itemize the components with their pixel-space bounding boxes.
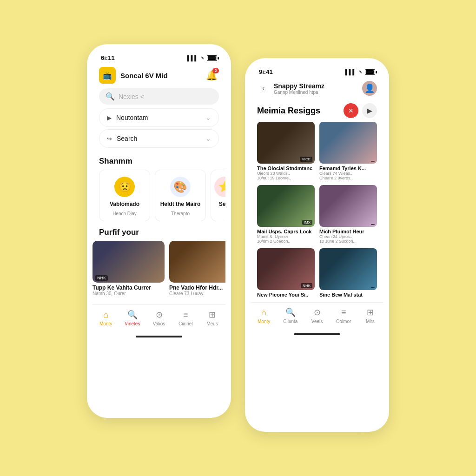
menu-item-search[interactable]: ↪ Search ⌄ xyxy=(99,129,219,148)
chevron-icon-2: ⌄ xyxy=(205,135,211,142)
home-icon-2: ⌂ xyxy=(261,308,266,317)
channel-name-0: Vablomado xyxy=(110,201,139,207)
nav-label-monty-2: Monty xyxy=(258,319,270,324)
app-logo-1: 📺 xyxy=(99,67,116,84)
video-title-0: Tupp Ke Vahita Currer xyxy=(93,284,165,291)
grid-badge-3 xyxy=(371,224,375,225)
nav-label-veels: Veels xyxy=(311,319,323,324)
grid-video-2[interactable]: IMX Mail Usps. Caprs Lock Mamit &. Uyene… xyxy=(257,185,315,244)
nav-label-colmor: Colmor xyxy=(336,319,351,324)
grid-title-3: Mich Pluimot Heur xyxy=(319,229,377,234)
play-action-btn[interactable]: ▶ xyxy=(362,103,377,118)
channel-avatar-0: 😟 xyxy=(114,177,135,197)
nav-meus-1[interactable]: ⊞ Meus xyxy=(199,310,225,326)
nav-veels[interactable]: ⊙ Veels xyxy=(304,307,330,324)
grid-badge-1 xyxy=(371,161,375,162)
video-thumb-0: NHK xyxy=(93,241,165,283)
nav-vinetes-1[interactable]: 🔍 Vinetes xyxy=(119,310,145,326)
circle-icon-2: ⊙ xyxy=(314,307,321,317)
avatar[interactable]: 👤 xyxy=(362,81,377,96)
list-icon-2: ≡ xyxy=(341,308,346,317)
nav-monty-2[interactable]: ⌂ Monty xyxy=(251,308,277,324)
grid-title-2: Mail Usps. Caprs Lock xyxy=(257,229,315,234)
wifi-icon-2: ∿ xyxy=(358,69,363,75)
close-icon: ✕ xyxy=(348,107,354,114)
grid-thumb-1 xyxy=(319,122,377,164)
grid-thumb-2: IMX xyxy=(257,185,315,227)
grid-thumb-0: VICE xyxy=(257,122,315,164)
section-title-shanmm: Shanmm xyxy=(93,150,225,170)
home-indicator-1 xyxy=(136,336,182,337)
list-icon-1: ≡ xyxy=(183,310,188,320)
grid-title-4: New Picome Youi Si.. xyxy=(257,292,315,298)
channel-card-0[interactable]: 😟 Vablomado Hench Diay xyxy=(99,170,150,221)
grid-badge-0: VICE xyxy=(300,157,312,162)
nav-mirs[interactable]: ⊞ Mirs xyxy=(357,307,383,324)
title-block: Snappy Streamz Gannp Menlined htpa xyxy=(274,82,358,95)
scene: 6i:11 ▌▌▌ ∿ 📺 Soncal 6V Mid 🔔 2 xyxy=(68,26,408,450)
channel-avatar-1: 🎨 xyxy=(170,177,191,197)
status-time-2: 9i:41 xyxy=(259,68,273,75)
video-card-1[interactable]: Pne Vado Hfor Hdr... Cleare 73 Luuay xyxy=(169,241,225,300)
chevron-icon-1: ⌄ xyxy=(205,114,211,121)
grid-sub-0: Uieors 23 Walds.. xyxy=(257,171,315,176)
battery-icon-1 xyxy=(207,55,217,61)
grid-badge-5 xyxy=(371,287,375,288)
circle-icon-1: ⊙ xyxy=(156,310,163,320)
search-placeholder-1: Nexies < xyxy=(119,93,144,100)
grid-video-5[interactable]: Sine Bew Mal stat xyxy=(319,248,377,298)
home-indicator-2 xyxy=(294,333,340,335)
nav-cliunta[interactable]: 🔍 Cliunta xyxy=(277,307,304,324)
menu-item-left-2: ↪ Search xyxy=(107,135,137,142)
search-bar-1[interactable]: 🔍 Nexies < xyxy=(99,88,219,105)
grid-video-4[interactable]: NHK New Picome Youi Si.. xyxy=(257,248,315,298)
nav-label-ciainel: Ciainel xyxy=(178,321,193,326)
grid-icon-2: ⊞ xyxy=(367,307,374,317)
status-bar-2: 9i:41 ▌▌▌ ∿ xyxy=(251,64,383,77)
channel-sub-0: Hench Diay xyxy=(112,211,137,216)
phone2-subtitle: Gannp Menlined htpa xyxy=(274,90,358,95)
grid-thumb-5 xyxy=(319,248,377,290)
nav-colmor[interactable]: ≡ Colmor xyxy=(331,308,357,324)
nav-label-meus: Meus xyxy=(206,321,218,326)
grid-video-3[interactable]: Mich Pluimot Heur Cheari 24 Upros.. 10 J… xyxy=(319,185,377,244)
grid-title-5: Sine Bew Mal stat xyxy=(319,292,377,298)
status-bar-1: 6i:11 ▌▌▌ ∿ xyxy=(93,50,225,63)
close-action-btn[interactable]: ✕ xyxy=(344,103,358,118)
channel-card-1[interactable]: 🎨 Heldt the Mairo Therapto xyxy=(155,170,206,221)
channel-name-1: Heldt the Mairo xyxy=(160,201,201,207)
wifi-icon-1: ∿ xyxy=(200,55,205,61)
video-info-1: Pne Vado Hfor Hdr... Cleare 73 Luuay xyxy=(169,283,225,300)
video-card-0[interactable]: NHK Tupp Ke Vahita Currer Namh 30, Ourer xyxy=(93,241,165,300)
search-icon-nav-2: 🔍 xyxy=(285,307,296,317)
status-time-1: 6i:11 xyxy=(101,54,115,61)
nav-label-vinetes: Vinetes xyxy=(125,321,140,326)
phone2-header: ‹ Snappy Streamz Gannp Menlined htpa 👤 xyxy=(251,77,383,99)
menu-label-1: Noutontam xyxy=(116,114,148,121)
status-icons-2: ▌▌▌ ∿ xyxy=(345,69,375,75)
section-title-purfif: Purfif your xyxy=(93,221,225,241)
channel-row-1: 😟 Vablomado Hench Diay 🎨 Heldt the Mairo… xyxy=(93,170,225,221)
battery-icon-2 xyxy=(365,69,375,75)
back-arrow-icon: ‹ xyxy=(262,84,264,93)
grid-thumb-3 xyxy=(319,185,377,227)
back-button[interactable]: ‹ xyxy=(257,82,270,95)
grid-video-1[interactable]: Femamd Tyries K... Clears 74 Wieas.. Che… xyxy=(319,122,377,180)
nav-valios-1[interactable]: ⊙ Valios xyxy=(145,310,172,326)
nav-ciainel-1[interactable]: ≡ Ciainel xyxy=(172,310,199,326)
notification-btn-1[interactable]: 🔔 2 xyxy=(204,68,219,83)
nav-monty-1[interactable]: ⌂ Monty xyxy=(93,310,119,326)
video-badge-0: NHK xyxy=(95,275,108,281)
grid-video-0[interactable]: VICE The Olocial Stndmtanc Uieors 23 Wal… xyxy=(257,122,315,180)
channel-card-2[interactable]: ⭐ Se... xyxy=(211,170,225,221)
grid-title-0: The Olocial Stndmtanc xyxy=(257,165,315,171)
avatar-icon: 👤 xyxy=(364,83,375,93)
bottom-nav-1: ⌂ Monty 🔍 Vinetes ⊙ Valios ≡ Ciainel xyxy=(93,304,225,333)
channel-avatar-2: ⭐ xyxy=(214,177,225,197)
video-title-1: Pne Vado Hfor Hdr... xyxy=(169,284,225,291)
nav-label-cliunta: Cliunta xyxy=(283,319,298,324)
menu-item-noutontam[interactable]: ▶ Noutontam ⌄ xyxy=(99,108,219,127)
grid-date-0: 10/out 19 Leonre.. xyxy=(257,176,315,180)
phone1: 6i:11 ▌▌▌ ∿ 📺 Soncal 6V Mid 🔔 2 xyxy=(87,44,231,418)
video-grid: VICE The Olocial Stndmtanc Uieors 23 Wal… xyxy=(251,122,383,298)
